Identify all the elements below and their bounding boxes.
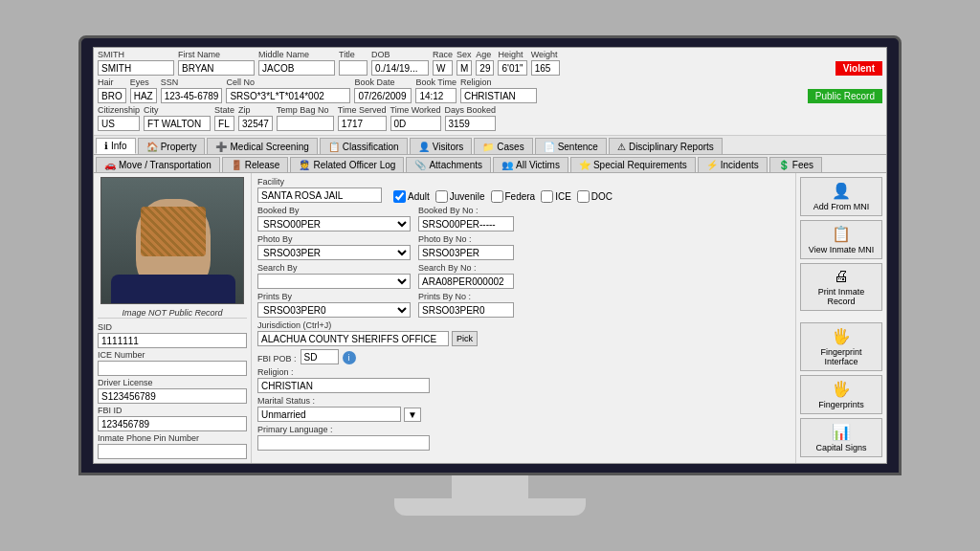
- tab-move-label: Move / Transportation: [119, 160, 212, 170]
- height-value[interactable]: 6'01": [498, 60, 526, 76]
- tab-incidents[interactable]: ⚡ Incidents: [698, 157, 768, 172]
- tab-move[interactable]: 🚗 Move / Transportation: [96, 157, 220, 172]
- driver-license-value[interactable]: S123456789: [98, 388, 247, 404]
- fingerprint-interface-button[interactable]: 🖐 Fingerprint Interface: [800, 322, 882, 371]
- time-served-value[interactable]: 1717: [338, 116, 387, 131]
- book-time-value[interactable]: 14:12: [415, 88, 457, 103]
- prints-by-select[interactable]: SRSO03PER0: [257, 302, 411, 318]
- ice-value[interactable]: [98, 361, 247, 376]
- race-label: Race: [433, 50, 453, 59]
- juvenile-checkbox[interactable]: [435, 190, 448, 203]
- tab-release[interactable]: 🚪 Release: [222, 157, 289, 172]
- cell-no-value[interactable]: SRSO*3*L*T*014*002: [226, 88, 350, 103]
- tab-sentence[interactable]: 📄 Sentence: [535, 138, 607, 154]
- fbi-id-value[interactable]: 123456789: [98, 416, 247, 431]
- tab-all-victims[interactable]: 👥 All Victims: [493, 157, 568, 172]
- tab-medical-screening[interactable]: ➕ Medical Screening: [207, 138, 317, 154]
- time-worked-value[interactable]: 0D: [390, 116, 441, 131]
- ice-checkbox-label[interactable]: ICE: [541, 190, 571, 203]
- time-worked-label: Time Worked: [390, 105, 441, 115]
- adult-checkbox-label[interactable]: Adult: [393, 190, 430, 203]
- days-booked-value[interactable]: 3159: [445, 116, 497, 131]
- tab-disciplinary[interactable]: ⚠ Disciplinary Reports: [609, 138, 723, 154]
- state-value[interactable]: FL: [214, 116, 234, 131]
- federal-checkbox-label[interactable]: Federa: [491, 190, 536, 203]
- dob-value[interactable]: 0./14/19...: [371, 60, 429, 76]
- jurisdiction-input[interactable]: [257, 331, 449, 346]
- first-name-group: First Name BRYAN: [178, 50, 255, 76]
- tab-incidents-label: Incidents: [721, 160, 759, 170]
- religion-input[interactable]: [257, 378, 430, 393]
- eyes-value[interactable]: HAZ: [130, 88, 157, 103]
- hair-value[interactable]: BRO: [98, 88, 126, 103]
- religion-value[interactable]: CHRISTIAN: [460, 88, 537, 103]
- search-by-select[interactable]: [257, 274, 411, 289]
- zip-value[interactable]: 32547: [238, 116, 273, 131]
- photo-by-select[interactable]: SRSO03PER: [257, 245, 411, 260]
- primary-language-input[interactable]: [257, 435, 430, 451]
- doc-checkbox-label[interactable]: DOC: [577, 190, 612, 203]
- fingerprints-button[interactable]: 🖐 Fingerprints: [800, 375, 882, 414]
- weight-value[interactable]: 165: [531, 60, 560, 76]
- state-group: State FL: [214, 105, 234, 131]
- photo-by-no-input[interactable]: [418, 245, 514, 260]
- first-name-label: First Name: [178, 50, 255, 59]
- citizenship-value[interactable]: US: [98, 116, 140, 131]
- view-inmate-mni-button[interactable]: 📋 View Inmate MNI: [800, 220, 882, 259]
- phone-pin-value[interactable]: [98, 444, 247, 459]
- search-by-no-input[interactable]: [418, 274, 514, 289]
- violent-button[interactable]: Violent: [835, 61, 882, 76]
- middle-name-value[interactable]: JACOB: [258, 60, 335, 76]
- last-name-label: SMITH: [98, 50, 174, 59]
- tab-special-req[interactable]: ⭐ Special Requirements: [570, 157, 696, 172]
- search-by-group: Search By: [257, 263, 411, 289]
- race-value[interactable]: W: [433, 60, 453, 76]
- race-group: Race W: [433, 50, 453, 76]
- jurisdiction-label: Jurisdiction (Ctrl+J): [257, 320, 478, 330]
- facility-input[interactable]: [257, 187, 382, 203]
- temp-bag-value[interactable]: [277, 116, 334, 131]
- tab-classification[interactable]: 📋 Classification: [320, 138, 408, 154]
- title-value[interactable]: [339, 60, 368, 76]
- booked-by-no-input[interactable]: [418, 216, 514, 231]
- tab-visitors[interactable]: 👤 Visitors: [410, 138, 473, 154]
- book-date-value[interactable]: 07/26/2009: [354, 88, 412, 103]
- tab-property[interactable]: 🏠 Property: [138, 138, 206, 154]
- primary-language-group: Primary Language :: [257, 425, 430, 451]
- adult-checkbox[interactable]: [393, 190, 406, 203]
- sid-value[interactable]: 1111111: [98, 333, 247, 348]
- tab-cases[interactable]: 📁 Cases: [474, 138, 532, 154]
- info-icon[interactable]: i: [343, 351, 356, 364]
- capital-signs-button[interactable]: 📊 Capital Signs: [800, 418, 882, 457]
- marital-status-input[interactable]: [257, 407, 401, 422]
- booked-by-select[interactable]: SRSO00PER: [257, 216, 411, 231]
- tab-attachments[interactable]: 📎 Attachments: [406, 157, 491, 172]
- print-inmate-record-button[interactable]: 🖨 Print Inmate Record: [800, 263, 882, 311]
- tab-info[interactable]: ℹ Info: [96, 138, 136, 154]
- prints-by-no-input[interactable]: [418, 302, 514, 318]
- marital-status-dropdown[interactable]: ▼: [404, 408, 421, 422]
- federal-checkbox[interactable]: [491, 190, 503, 203]
- doc-checkbox[interactable]: [577, 190, 590, 203]
- fbi-pob-input[interactable]: [301, 349, 339, 364]
- ice-checkbox[interactable]: [541, 190, 553, 203]
- photo-by-group: Photo By SRSO03PER: [257, 234, 411, 260]
- fingerprint-interface-label: Fingerprint Interface: [803, 347, 880, 366]
- tab-fees[interactable]: 💲 Fees: [769, 157, 822, 172]
- city-group: City FT WALTON: [144, 105, 211, 131]
- sid-label: SID: [98, 322, 247, 332]
- juvenile-checkbox-label[interactable]: Juvenile: [435, 190, 485, 203]
- pick-button[interactable]: Pick: [452, 331, 478, 346]
- age-value[interactable]: 29: [476, 60, 494, 76]
- eyes-group: Eyes HAZ: [130, 77, 157, 103]
- city-value[interactable]: FT WALTON: [144, 116, 211, 131]
- sex-value[interactable]: M: [457, 60, 472, 76]
- facility-group: Facility: [257, 177, 382, 203]
- public-record-button[interactable]: Public Record: [808, 89, 882, 103]
- last-name-value[interactable]: SMITH: [98, 60, 174, 76]
- first-name-value[interactable]: BRYAN: [178, 60, 255, 76]
- tab-officer-log[interactable]: 👮 Related Officer Log: [290, 157, 404, 172]
- medical-tab-icon: ➕: [215, 142, 227, 152]
- ssn-value[interactable]: 123-45-6789: [161, 88, 223, 103]
- add-from-mni-button[interactable]: 👤 Add From MNI: [800, 177, 882, 216]
